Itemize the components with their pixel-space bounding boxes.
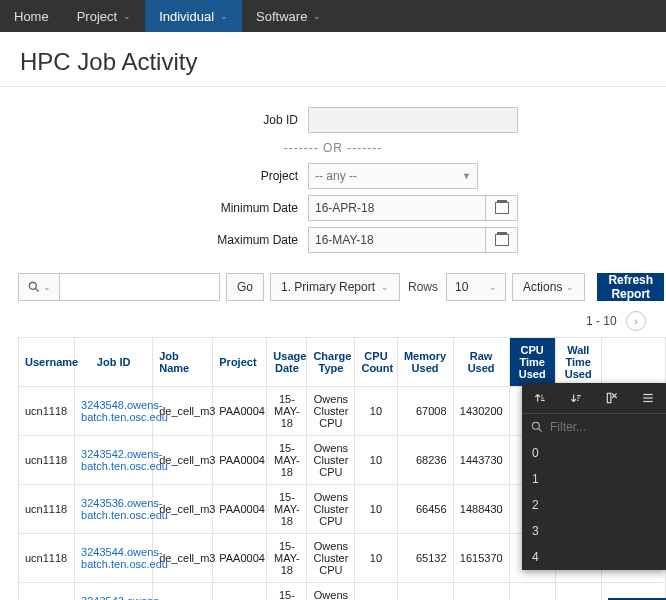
cell-job-id: 3243548.owens-batch.ten.osc.edu bbox=[75, 387, 153, 436]
cell-cpu-count: 10 bbox=[355, 583, 397, 601]
column-menu-actions bbox=[522, 383, 666, 414]
sort-desc-button[interactable] bbox=[558, 383, 594, 413]
col-wall-time-used[interactable]: Wall Time Used bbox=[555, 338, 601, 387]
control-break-button[interactable] bbox=[630, 383, 666, 413]
chevron-down-icon: ⌄ bbox=[313, 11, 321, 21]
cell-charge-type: Owens Cluster CPU bbox=[307, 534, 355, 583]
or-divider: ------- OR ------- bbox=[0, 141, 666, 155]
refresh-report-button[interactable]: Refresh Report bbox=[597, 273, 664, 301]
chevron-right-icon: › bbox=[634, 315, 638, 327]
sort-asc-button[interactable] bbox=[522, 383, 558, 413]
job-id-link[interactable]: 3243543.owens-batch.ten.osc.edu bbox=[81, 595, 168, 600]
col-usage-date[interactable]: Usage Date bbox=[267, 338, 307, 387]
nav-label: Home bbox=[14, 9, 49, 24]
cell-raw-used: 1443730 bbox=[453, 436, 509, 485]
cell-raw-used: 1397250 bbox=[453, 583, 509, 601]
next-page-button[interactable]: › bbox=[626, 311, 646, 331]
column-menu-popup: 01234 bbox=[522, 383, 666, 570]
cell-memory-used: 65132 bbox=[397, 534, 453, 583]
col-cpu-count[interactable]: CPU Count bbox=[355, 338, 397, 387]
actions-menu[interactable]: Actions ⌄ bbox=[512, 273, 585, 301]
max-date-input[interactable] bbox=[308, 227, 486, 253]
job-id-input[interactable] bbox=[308, 107, 518, 133]
cell-job-id: 3243543.owens-batch.ten.osc.edu bbox=[75, 583, 153, 601]
job-id-link[interactable]: 3243536.owens-batch.ten.osc.edu bbox=[81, 497, 168, 521]
report-select[interactable]: 1. Primary Report ⌄ bbox=[270, 273, 400, 301]
cell-project: PAA0004 bbox=[213, 534, 267, 583]
cell-usage-date: 15-MAY-18 bbox=[267, 387, 307, 436]
calendar-icon bbox=[495, 234, 509, 246]
search-icon bbox=[27, 280, 41, 294]
go-button[interactable]: Go bbox=[226, 273, 264, 301]
cell-project: PAA0004 bbox=[213, 387, 267, 436]
search-group: ⌄ bbox=[18, 273, 220, 301]
project-select[interactable]: -- any -- ▼ bbox=[308, 163, 478, 189]
col-job-name[interactable]: Job Name bbox=[153, 338, 213, 387]
sort-desc-icon bbox=[569, 391, 583, 405]
table-header-row: Username Job ID Job Name Project Usage D… bbox=[19, 338, 666, 387]
cell-job-id: 3243544.owens-batch.ten.osc.edu bbox=[75, 534, 153, 583]
cell-action: View/Add N bbox=[601, 583, 665, 601]
actions-label: Actions bbox=[523, 280, 562, 294]
max-date-label: Maximum Date bbox=[148, 233, 308, 247]
rows-value: 10 bbox=[455, 280, 468, 294]
column-filter-input[interactable] bbox=[550, 420, 640, 434]
chevron-down-icon: ⌄ bbox=[489, 282, 497, 292]
cell-username: ucn1118 bbox=[19, 436, 75, 485]
hide-column-icon bbox=[605, 391, 619, 405]
column-filter-option[interactable]: 2 bbox=[522, 492, 666, 518]
nav-label: Individual bbox=[159, 9, 214, 24]
cell-wall-time: 139725 bbox=[555, 583, 601, 601]
job-id-link[interactable]: 3243548.owens-batch.ten.osc.edu bbox=[81, 399, 168, 423]
cell-usage-date: 15-MAY-18 bbox=[267, 485, 307, 534]
search-input[interactable] bbox=[60, 273, 220, 301]
nav-item-individual[interactable]: Individual⌄ bbox=[145, 0, 242, 32]
table-row: ucn11183243543.owens-batch.ten.osc.edude… bbox=[19, 583, 666, 601]
nav-label: Project bbox=[77, 9, 117, 24]
search-icon bbox=[530, 420, 544, 434]
max-date-picker-button[interactable] bbox=[486, 227, 518, 253]
nav-item-software[interactable]: Software⌄ bbox=[242, 0, 335, 32]
col-memory-used[interactable]: Memory Used bbox=[397, 338, 453, 387]
cell-cpu-count: 10 bbox=[355, 485, 397, 534]
col-cpu-time-used[interactable]: CPU Time Used bbox=[509, 338, 555, 387]
column-filter-row bbox=[522, 414, 666, 440]
column-filter-option[interactable]: 4 bbox=[522, 544, 666, 570]
cell-username: ucn1118 bbox=[19, 534, 75, 583]
cell-job-id: 3243536.owens-batch.ten.osc.edu bbox=[75, 485, 153, 534]
cell-username: ucn1118 bbox=[19, 387, 75, 436]
cell-charge-type: Owens Cluster CPU bbox=[307, 583, 355, 601]
report-select-value: 1. Primary Report bbox=[281, 280, 375, 294]
project-label: Project bbox=[148, 169, 308, 183]
min-date-picker-button[interactable] bbox=[486, 195, 518, 221]
min-date-input[interactable] bbox=[308, 195, 486, 221]
cell-project: PAA0004 bbox=[213, 583, 267, 601]
hide-column-button[interactable] bbox=[594, 383, 630, 413]
chevron-down-icon: ⌄ bbox=[123, 11, 131, 21]
project-select-value: -- any -- bbox=[315, 169, 357, 183]
nav-label: Software bbox=[256, 9, 307, 24]
column-filter-option[interactable]: 3 bbox=[522, 518, 666, 544]
chevron-down-icon: ▼ bbox=[462, 171, 471, 181]
col-username[interactable]: Username bbox=[19, 338, 75, 387]
job-id-link[interactable]: 3243544.owens-batch.ten.osc.edu bbox=[81, 546, 168, 570]
col-job-id[interactable]: Job ID bbox=[75, 338, 153, 387]
rows-label: Rows bbox=[408, 280, 438, 294]
nav-item-project[interactable]: Project⌄ bbox=[63, 0, 145, 32]
col-project[interactable]: Project bbox=[213, 338, 267, 387]
column-filter-option[interactable]: 0 bbox=[522, 440, 666, 466]
rows-select[interactable]: 10 ⌄ bbox=[446, 273, 506, 301]
search-column-select[interactable]: ⌄ bbox=[18, 273, 60, 301]
col-raw-used[interactable]: Raw Used bbox=[453, 338, 509, 387]
cell-job-name: de_cell_m3 bbox=[153, 387, 213, 436]
cell-username: ucn1118 bbox=[19, 485, 75, 534]
chevron-down-icon: ⌄ bbox=[43, 282, 51, 292]
cell-memory-used: 68236 bbox=[397, 436, 453, 485]
nav-item-home[interactable]: Home bbox=[0, 0, 63, 32]
filter-form: Job ID ------- OR ------- Project -- any… bbox=[0, 87, 666, 267]
column-filter-option[interactable]: 1 bbox=[522, 466, 666, 492]
job-id-label: Job ID bbox=[148, 113, 308, 127]
col-charge-type[interactable]: Charge Type bbox=[307, 338, 355, 387]
cell-raw-used: 1430200 bbox=[453, 387, 509, 436]
job-id-link[interactable]: 3243542.owens-batch.ten.osc.edu bbox=[81, 448, 168, 472]
